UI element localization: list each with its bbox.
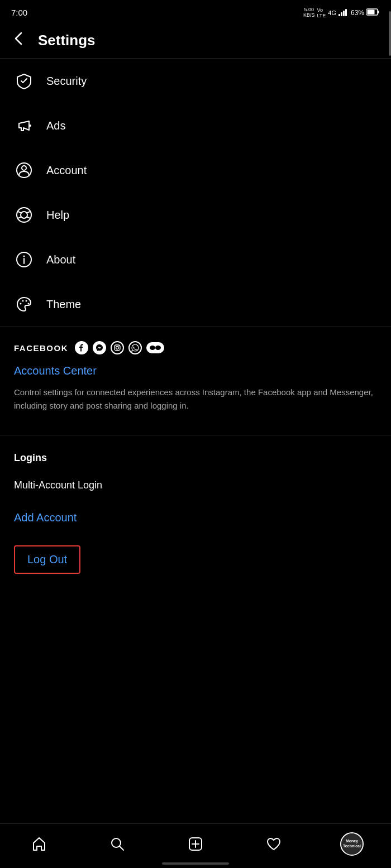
megaphone-icon [14,116,34,136]
volte-indicator: VoLTE [317,7,326,18]
svg-point-11 [21,212,27,218]
facebook-app-icon [75,341,88,354]
menu-item-about[interactable]: About [0,237,391,282]
svg-point-25 [118,346,120,347]
svg-rect-1 [341,12,342,16]
home-indicator [162,862,229,865]
back-button[interactable] [11,31,27,50]
accounts-center-description: Control settings for connected experienc… [14,386,377,413]
logins-section: Logins Multi-Account Login Add Account [0,435,391,540]
theme-label: Theme [46,298,81,311]
instagram-app-icon [111,341,124,354]
security-label: Security [46,75,87,88]
settings-menu: Security Ads Account [0,59,391,327]
svg-line-14 [18,217,21,219]
svg-point-24 [116,347,119,349]
svg-rect-3 [345,9,347,16]
scrollbar [389,0,391,868]
ads-label: Ads [46,119,65,132]
status-time: 7:00 [11,8,27,17]
menu-item-ads[interactable]: Ads [0,103,391,148]
svg-point-20 [22,300,24,302]
nav-search[interactable] [78,836,156,852]
person-circle-icon [14,160,34,180]
svg-rect-6 [368,10,375,15]
svg-rect-5 [378,11,379,13]
bottom-navigation: MoneyTechnical [0,823,391,868]
signal-bars [338,8,349,17]
settings-header: Settings [0,22,391,59]
palette-icon [14,294,34,314]
menu-item-theme[interactable]: Theme [0,282,391,327]
svg-line-29 [120,846,123,850]
shield-check-icon [14,71,34,91]
nav-add[interactable] [156,836,235,852]
svg-point-26 [150,346,155,350]
avatar-inner: MoneyTechnical [341,833,363,855]
logout-button[interactable]: Log Out [14,545,80,574]
accounts-center-link[interactable]: Accounts Center [14,365,377,377]
svg-line-15 [27,217,30,219]
home-icon [31,836,47,852]
avatar-label: MoneyTechnical [343,839,361,848]
svg-point-9 [22,166,26,170]
facebook-section: FACEBOOK [0,327,391,435]
heart-icon [266,836,282,852]
facebook-brand-row: FACEBOOK [14,341,377,354]
svg-rect-0 [338,14,340,16]
svg-point-7 [29,124,31,127]
nav-likes[interactable] [235,836,313,852]
status-bar: 7:00 5.00KB/S VoLTE 4G 63% [0,0,391,22]
meta-app-icon [146,342,164,353]
svg-point-21 [26,300,27,302]
add-icon [188,836,203,852]
svg-point-22 [28,303,30,305]
svg-line-13 [27,212,30,213]
account-label: Account [46,164,87,177]
messenger-app-icon [93,341,106,354]
add-account-link[interactable]: Add Account [14,501,377,534]
battery-icon [366,8,380,17]
search-icon [109,836,125,852]
svg-line-12 [18,212,21,213]
lifebuoy-icon [14,205,34,225]
info-circle-icon [14,250,34,270]
multi-account-login[interactable]: Multi-Account Login [14,469,377,501]
facebook-app-icons [75,341,164,354]
scrollbar-thumb [389,11,391,56]
menu-item-security[interactable]: Security [0,59,391,103]
logins-title: Logins [14,441,377,469]
network-indicator: 4G [328,9,336,16]
status-icons: 5.00KB/S VoLTE 4G 63% [303,7,380,18]
about-label: About [46,253,75,266]
svg-point-27 [155,346,161,350]
svg-point-19 [20,303,22,305]
svg-point-10 [17,208,31,222]
svg-rect-2 [343,11,345,16]
whatsapp-app-icon [128,341,142,354]
facebook-brand-text: FACEBOOK [14,343,68,353]
nav-home[interactable] [0,836,78,852]
menu-item-help[interactable]: Help [0,193,391,237]
battery-percent: 63% [351,9,364,17]
help-label: Help [46,209,69,222]
page-title: Settings [38,32,96,49]
speed-indicator: 5.00KB/S [303,7,315,18]
nav-profile[interactable]: MoneyTechnical [313,832,391,856]
avatar: MoneyTechnical [340,832,364,856]
menu-item-account[interactable]: Account [0,148,391,193]
main-content: Security Ads Account [0,59,391,641]
svg-point-18 [23,256,25,257]
